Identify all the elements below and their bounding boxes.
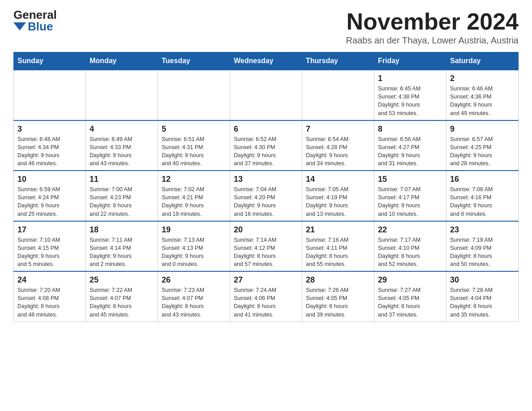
day-number: 13: [234, 175, 298, 184]
day-number: 7: [306, 124, 370, 134]
day-number: 15: [378, 175, 442, 184]
day-info: Sunrise: 7:07 AM Sunset: 4:17 PM Dayligh…: [378, 185, 442, 218]
day-info: Sunrise: 6:46 AM Sunset: 4:36 PM Dayligh…: [450, 85, 515, 117]
calendar-cell: 16Sunrise: 7:08 AM Sunset: 4:16 PM Dayli…: [446, 171, 519, 221]
day-number: 18: [90, 225, 154, 235]
day-info: Sunrise: 7:24 AM Sunset: 4:06 PM Dayligh…: [234, 286, 298, 319]
day-number: 20: [234, 225, 298, 235]
header-thursday: Thursday: [302, 52, 374, 70]
day-number: 21: [306, 225, 370, 235]
calendar-cell: 30Sunrise: 7:28 AM Sunset: 4:04 PM Dayli…: [446, 271, 519, 321]
day-info: Sunrise: 7:04 AM Sunset: 4:20 PM Dayligh…: [234, 185, 298, 218]
day-number: 27: [234, 275, 298, 285]
day-info: Sunrise: 7:26 AM Sunset: 4:05 PM Dayligh…: [306, 286, 370, 319]
logo-triangle-icon: [13, 22, 26, 30]
header-friday: Friday: [374, 52, 446, 70]
day-info: Sunrise: 7:05 AM Sunset: 4:19 PM Dayligh…: [306, 185, 370, 218]
month-title: November 2024: [346, 9, 519, 34]
day-info: Sunrise: 7:28 AM Sunset: 4:04 PM Dayligh…: [450, 286, 515, 319]
day-number: 10: [17, 175, 82, 184]
day-info: Sunrise: 6:59 AM Sunset: 4:24 PM Dayligh…: [17, 185, 82, 218]
week-row-4: 17Sunrise: 7:10 AM Sunset: 4:15 PM Dayli…: [14, 221, 519, 272]
day-number: 4: [90, 124, 154, 134]
calendar-cell: 5Sunrise: 6:51 AM Sunset: 4:31 PM Daylig…: [158, 120, 230, 171]
calendar-cell: [230, 70, 302, 120]
day-number: 30: [450, 275, 515, 285]
calendar-cell: 6Sunrise: 6:52 AM Sunset: 4:30 PM Daylig…: [230, 120, 302, 171]
day-info: Sunrise: 7:16 AM Sunset: 4:11 PM Dayligh…: [306, 236, 370, 269]
calendar-cell: 19Sunrise: 7:13 AM Sunset: 4:13 PM Dayli…: [158, 221, 230, 272]
day-number: 12: [162, 175, 226, 184]
day-info: Sunrise: 6:57 AM Sunset: 4:25 PM Dayligh…: [450, 135, 515, 168]
calendar-cell: 28Sunrise: 7:26 AM Sunset: 4:05 PM Dayli…: [302, 271, 374, 321]
calendar-cell: 14Sunrise: 7:05 AM Sunset: 4:19 PM Dayli…: [302, 171, 374, 221]
day-number: 9: [450, 124, 515, 134]
header-saturday: Saturday: [446, 52, 519, 70]
day-number: 3: [17, 124, 82, 134]
day-number: 26: [162, 275, 226, 285]
logo-blue-row: Blue: [13, 21, 53, 32]
calendar-body: 1Sunrise: 6:45 AM Sunset: 4:38 PM Daylig…: [14, 70, 519, 321]
day-info: Sunrise: 7:23 AM Sunset: 4:07 PM Dayligh…: [162, 286, 226, 319]
header-wednesday: Wednesday: [230, 52, 302, 70]
day-info: Sunrise: 6:56 AM Sunset: 4:27 PM Dayligh…: [378, 135, 442, 168]
calendar-cell: 22Sunrise: 7:17 AM Sunset: 4:10 PM Dayli…: [374, 221, 446, 272]
calendar-cell: 10Sunrise: 6:59 AM Sunset: 4:24 PM Dayli…: [14, 171, 86, 221]
calendar-cell: 8Sunrise: 6:56 AM Sunset: 4:27 PM Daylig…: [374, 120, 446, 171]
calendar-cell: 21Sunrise: 7:16 AM Sunset: 4:11 PM Dayli…: [302, 221, 374, 272]
day-number: 11: [90, 175, 154, 184]
calendar-cell: 11Sunrise: 7:00 AM Sunset: 4:23 PM Dayli…: [86, 171, 158, 221]
page-header: General Blue November 2024 Raabs an der …: [13, 9, 519, 46]
day-info: Sunrise: 6:49 AM Sunset: 4:33 PM Dayligh…: [90, 135, 154, 168]
day-info: Sunrise: 6:48 AM Sunset: 4:34 PM Dayligh…: [17, 135, 82, 168]
calendar-cell: 25Sunrise: 7:22 AM Sunset: 4:07 PM Dayli…: [86, 271, 158, 321]
calendar-cell: 4Sunrise: 6:49 AM Sunset: 4:33 PM Daylig…: [86, 120, 158, 171]
day-number: 29: [378, 275, 442, 285]
day-number: 6: [234, 124, 298, 134]
header-tuesday: Tuesday: [158, 52, 230, 70]
calendar-cell: 29Sunrise: 7:27 AM Sunset: 4:05 PM Dayli…: [374, 271, 446, 321]
calendar-cell: 7Sunrise: 6:54 AM Sunset: 4:28 PM Daylig…: [302, 120, 374, 171]
calendar-cell: 13Sunrise: 7:04 AM Sunset: 4:20 PM Dayli…: [230, 171, 302, 221]
header-row: SundayMondayTuesdayWednesdayThursdayFrid…: [14, 52, 519, 70]
day-number: 5: [162, 124, 226, 134]
day-info: Sunrise: 7:10 AM Sunset: 4:15 PM Dayligh…: [17, 236, 82, 269]
calendar-cell: 20Sunrise: 7:14 AM Sunset: 4:12 PM Dayli…: [230, 221, 302, 272]
calendar-cell: 15Sunrise: 7:07 AM Sunset: 4:17 PM Dayli…: [374, 171, 446, 221]
calendar-cell: 18Sunrise: 7:11 AM Sunset: 4:14 PM Dayli…: [86, 221, 158, 272]
day-info: Sunrise: 7:11 AM Sunset: 4:14 PM Dayligh…: [90, 236, 154, 269]
calendar-cell: 17Sunrise: 7:10 AM Sunset: 4:15 PM Dayli…: [14, 221, 86, 272]
logo: General Blue: [13, 9, 57, 32]
calendar-cell: [86, 70, 158, 120]
day-number: 23: [450, 225, 515, 235]
day-number: 24: [17, 275, 82, 285]
day-info: Sunrise: 7:22 AM Sunset: 4:07 PM Dayligh…: [90, 286, 154, 319]
calendar-cell: 2Sunrise: 6:46 AM Sunset: 4:36 PM Daylig…: [446, 70, 519, 120]
day-number: 17: [17, 225, 82, 235]
day-number: 28: [306, 275, 370, 285]
day-info: Sunrise: 7:20 AM Sunset: 4:08 PM Dayligh…: [17, 286, 82, 319]
day-info: Sunrise: 6:51 AM Sunset: 4:31 PM Dayligh…: [162, 135, 226, 168]
day-number: 25: [90, 275, 154, 285]
day-number: 1: [378, 74, 442, 83]
calendar-cell: 1Sunrise: 6:45 AM Sunset: 4:38 PM Daylig…: [374, 70, 446, 120]
calendar-cell: 26Sunrise: 7:23 AM Sunset: 4:07 PM Dayli…: [158, 271, 230, 321]
location-subtitle: Raabs an der Thaya, Lower Austria, Austr…: [346, 35, 519, 46]
calendar-cell: [158, 70, 230, 120]
day-info: Sunrise: 7:02 AM Sunset: 4:21 PM Dayligh…: [162, 185, 226, 218]
header-monday: Monday: [86, 52, 158, 70]
calendar-cell: 24Sunrise: 7:20 AM Sunset: 4:08 PM Dayli…: [14, 271, 86, 321]
calendar-cell: [14, 70, 86, 120]
header-sunday: Sunday: [14, 52, 86, 70]
day-number: 19: [162, 225, 226, 235]
day-info: Sunrise: 7:17 AM Sunset: 4:10 PM Dayligh…: [378, 236, 442, 269]
day-info: Sunrise: 6:52 AM Sunset: 4:30 PM Dayligh…: [234, 135, 298, 168]
calendar-cell: 23Sunrise: 7:19 AM Sunset: 4:09 PM Dayli…: [446, 221, 519, 272]
day-number: 16: [450, 175, 515, 184]
day-number: 2: [450, 74, 515, 83]
day-info: Sunrise: 7:14 AM Sunset: 4:12 PM Dayligh…: [234, 236, 298, 269]
day-number: 8: [378, 124, 442, 134]
calendar-cell: 3Sunrise: 6:48 AM Sunset: 4:34 PM Daylig…: [14, 120, 86, 171]
week-row-2: 3Sunrise: 6:48 AM Sunset: 4:34 PM Daylig…: [14, 120, 519, 171]
day-info: Sunrise: 7:00 AM Sunset: 4:23 PM Dayligh…: [90, 185, 154, 218]
